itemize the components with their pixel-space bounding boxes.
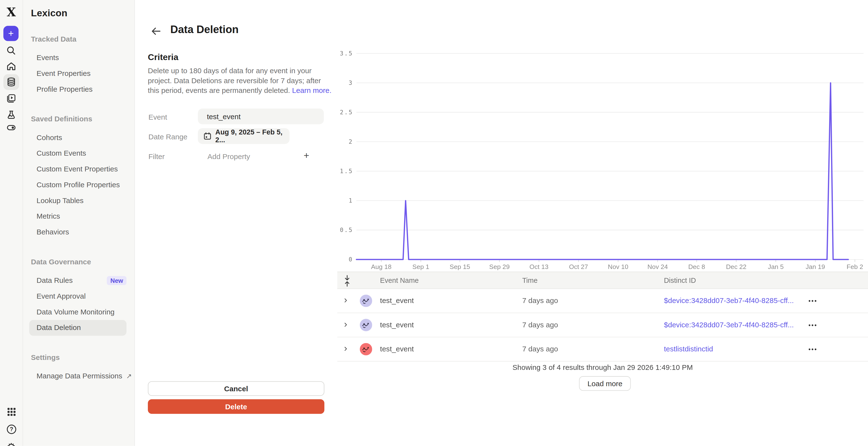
svg-text:Nov 24: Nov 24	[648, 263, 668, 270]
svg-text:3: 3	[349, 79, 353, 86]
sidebar-item-behaviors[interactable]: Behaviors	[29, 225, 126, 240]
sidebar-item-custom-profile-properties[interactable]: Custom Profile Properties	[29, 177, 126, 193]
row-event-name: test_event	[380, 289, 414, 313]
table-row: › test_event 7 days ago $device:3428dd07…	[337, 313, 868, 337]
row-event-name: test_event	[380, 337, 414, 361]
sidebar-item-label: Metrics	[36, 209, 60, 225]
data-management-icon[interactable]	[0, 74, 22, 90]
sidebar-item-label: Custom Events	[36, 146, 86, 161]
event-select[interactable]: test_event	[198, 109, 324, 124]
calendar-icon	[204, 132, 211, 140]
app-window: X +	[0, 0, 868, 446]
sidebar-item-events[interactable]: Events	[29, 50, 126, 66]
help-icon[interactable]: ?	[0, 421, 22, 437]
sidebar-item-label: Custom Event Properties	[36, 161, 118, 177]
load-more-button[interactable]: Load more	[579, 376, 631, 391]
svg-text:Sep 15: Sep 15	[450, 263, 470, 270]
search-icon[interactable]	[0, 43, 22, 59]
sidebar-item-label: Event Properties	[36, 66, 90, 82]
add-property-plus-icon[interactable]: +	[301, 151, 311, 161]
cancel-button[interactable]: Cancel	[148, 381, 324, 396]
sidebar-item-manage-data-permissions[interactable]: Manage Data Permissions↗	[29, 368, 126, 384]
column-header-time[interactable]: Time	[522, 272, 537, 290]
user-avatar	[360, 295, 372, 307]
lexicon-sidebar: Lexicon Tracked DataEventsEvent Properti…	[22, 0, 135, 446]
add-property-button[interactable]: Add Property	[207, 152, 250, 161]
filter-field-label: Filter	[148, 152, 165, 161]
feature-flags-toggle-icon[interactable]	[0, 120, 22, 136]
back-button[interactable]	[150, 25, 162, 37]
external-link-icon: ↗	[126, 368, 132, 384]
svg-text:2: 2	[349, 138, 353, 145]
row-distinct-id-link[interactable]: $device:3428dd07-3eb7-4f40-8285-cff...	[664, 289, 794, 313]
criteria-heading: Criteria	[148, 52, 179, 62]
sidebar-item-label: Events	[36, 50, 59, 66]
sidebar-item-custom-event-properties[interactable]: Custom Event Properties	[29, 161, 126, 177]
results-table-body: › test_event 7 days ago $device:3428dd07…	[337, 289, 868, 361]
event-field-label: Event	[148, 113, 167, 122]
svg-text:0: 0	[349, 256, 353, 263]
row-expand-chevron-icon[interactable]: ›	[344, 337, 347, 361]
sidebar-item-event-properties[interactable]: Event Properties	[29, 66, 126, 82]
row-event-name: test_event	[380, 313, 414, 337]
icon-rail: X +	[0, 0, 23, 446]
sidebar-item-label: Behaviors	[36, 225, 69, 240]
delete-button[interactable]: Delete	[148, 399, 324, 414]
sidebar-item-data-volume-monitoring[interactable]: Data Volume Monitoring	[29, 304, 126, 320]
chart-canvas: 3.532.521.510.50Aug 18Sep 1Sep 15Sep 29O…	[337, 48, 868, 274]
sidebar-item-data-deletion[interactable]: Data Deletion	[29, 320, 126, 336]
sidebar-item-data-rules[interactable]: Data RulesNew	[29, 273, 126, 289]
sidebar-item-label: Lookup Tables	[36, 193, 83, 209]
mixpanel-logo-icon: X	[4, 4, 19, 19]
sidebar-item-label: Custom Profile Properties	[36, 177, 120, 193]
sidebar-item-label: Event Approval	[36, 289, 86, 304]
svg-text:1.5: 1.5	[340, 168, 353, 175]
row-distinct-id-link[interactable]: $device:3428dd07-3eb7-4f40-8285-cff...	[664, 313, 794, 337]
svg-text:3.5: 3.5	[340, 50, 353, 57]
sidebar-nav: Tracked DataEventsEvent PropertiesProfil…	[22, 19, 134, 384]
sidebar-item-label: Data Deletion	[36, 320, 81, 336]
table-row: › test_event 7 days ago testlistdistinct…	[337, 337, 868, 361]
column-header-distinct-id[interactable]: Distinct ID	[664, 272, 696, 290]
svg-text:0.5: 0.5	[340, 227, 353, 234]
sidebar-item-lookup-tables[interactable]: Lookup Tables	[29, 193, 126, 209]
sidebar-item-label: Data Volume Monitoring	[36, 304, 115, 320]
sidebar-section: Saved DefinitionsCohortsCustom EventsCus…	[22, 115, 134, 240]
svg-text:Jan 19: Jan 19	[806, 263, 825, 270]
column-header-event-name[interactable]: Event Name	[380, 272, 419, 290]
row-menu-button[interactable]: •••	[808, 337, 817, 361]
sidebar-section: SettingsManage Data Permissions↗	[22, 353, 134, 384]
sidebar-section-header: Data Governance	[22, 258, 134, 267]
user-avatar	[360, 343, 372, 355]
expand-collapse-all-icon[interactable]	[344, 275, 350, 289]
row-expand-chevron-icon[interactable]: ›	[344, 313, 347, 337]
svg-text:Jan 5: Jan 5	[768, 263, 784, 270]
sidebar-item-event-approval[interactable]: Event Approval	[29, 289, 126, 304]
svg-text:Feb 2: Feb 2	[847, 263, 863, 270]
row-menu-button[interactable]: •••	[808, 313, 817, 337]
sidebar-item-label: Data Rules	[36, 273, 73, 289]
create-plus-button[interactable]: +	[3, 26, 19, 41]
row-time: 7 days ago	[522, 313, 558, 337]
results-summary: Showing 3 of 4 results through Jan 29 20…	[337, 363, 868, 372]
sidebar-item-profile-properties[interactable]: Profile Properties	[29, 82, 126, 97]
sidebar-item-custom-events[interactable]: Custom Events	[29, 146, 126, 161]
sidebar-section-header: Saved Definitions	[22, 115, 134, 124]
date-range-picker[interactable]: Aug 9, 2025 – Feb 5, 2...	[198, 128, 289, 144]
home-icon[interactable]	[0, 58, 22, 74]
row-time: 7 days ago	[522, 289, 558, 313]
svg-text:Nov 10: Nov 10	[608, 263, 628, 270]
page-title: Data Deletion	[170, 24, 239, 36]
sidebar-item-cohorts[interactable]: Cohorts	[29, 130, 126, 146]
sidebar-item-metrics[interactable]: Metrics	[29, 209, 126, 225]
row-expand-chevron-icon[interactable]: ›	[344, 289, 347, 313]
row-menu-button[interactable]: •••	[808, 289, 817, 313]
results-table-header: Event Name Time Distinct ID	[337, 272, 868, 289]
settings-gear-icon[interactable]: ⚙	[0, 439, 22, 446]
boards-icon[interactable]	[0, 90, 22, 106]
sidebar-item-label: Cohorts	[36, 130, 62, 146]
learn-more-link[interactable]: Learn more.	[292, 86, 331, 95]
row-distinct-id-link[interactable]: testlistdistinctid	[664, 337, 713, 361]
svg-text:Dec 8: Dec 8	[688, 263, 705, 270]
apps-grid-icon[interactable]	[0, 404, 22, 419]
